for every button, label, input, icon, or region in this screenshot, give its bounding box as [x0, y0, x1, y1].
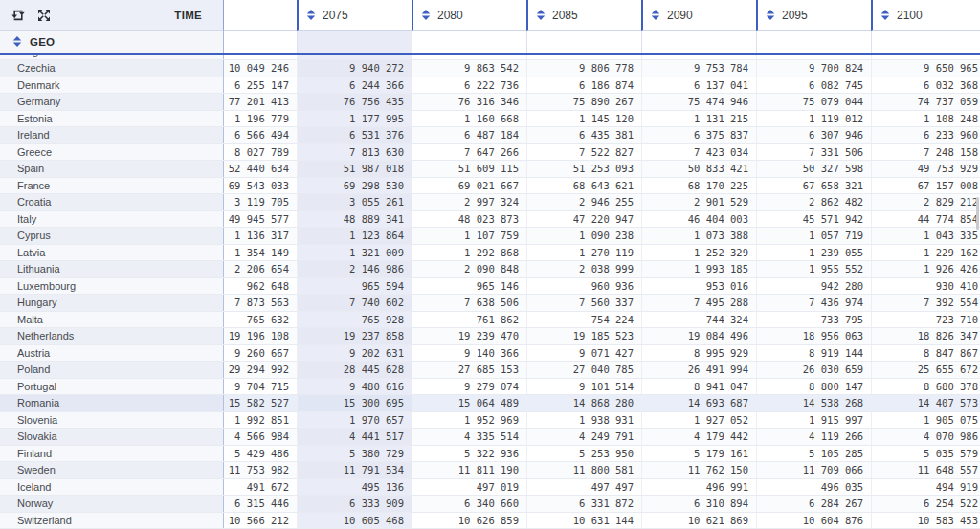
table-row[interactable]: Slovenia1 992 8511 970 6571 952 9691 938… — [0, 412, 980, 430]
fullscreen-icon — [36, 8, 52, 23]
geo-label: Slovenia — [0, 412, 223, 429]
value-cell: 6 186 874 — [526, 77, 641, 94]
column-year-label: 2100 — [897, 9, 923, 22]
table-row[interactable]: Estonia1 196 7791 177 9951 160 6681 145 … — [0, 111, 980, 128]
geo-header-filler — [756, 31, 871, 53]
sort-icon[interactable] — [12, 36, 22, 47]
value-cell: 1 927 052 — [641, 412, 756, 429]
geo-label: Austria — [0, 345, 223, 362]
table-row[interactable]: Denmark6 255 1476 244 3666 222 7366 186 … — [0, 77, 980, 95]
table-row[interactable]: Luxembourg962 648965 594965 146960 93695… — [0, 278, 980, 296]
table-row[interactable]: Norway6 315 4466 333 9096 340 6606 331 8… — [0, 496, 980, 513]
value-cell: 6 375 837 — [641, 127, 756, 143]
value-cell: 953 016 — [641, 278, 756, 295]
value-cell: 26 491 994 — [641, 362, 756, 378]
table-row[interactable]: France69 543 03369 298 53069 021 66768 6… — [0, 178, 980, 195]
table-row[interactable]: Iceland491 672495 136497 019497 497496 9… — [0, 479, 980, 496]
value-cell: 51 253 093 — [526, 161, 641, 177]
value-cell: 496 035 — [756, 479, 871, 496]
value-cell: 9 140 366 — [412, 345, 526, 362]
value-cell: 11 753 982 — [223, 462, 297, 478]
table-row[interactable]: Slovakia4 566 9844 441 5174 335 5144 249… — [0, 429, 980, 446]
value-cell: 1 123 864 — [297, 228, 412, 244]
table-row[interactable]: Finland5 429 4865 380 7295 322 9365 253 … — [0, 446, 980, 463]
column-year-label: 2095 — [782, 9, 808, 22]
value-cell: 27 685 153 — [412, 362, 526, 378]
geo-label: Norway — [0, 496, 223, 512]
value-cell: 9 650 965 — [871, 60, 980, 77]
value-cell: 68 170 225 — [641, 178, 756, 194]
swap-axes-button[interactable] — [10, 7, 27, 24]
value-cell: 6 032 368 — [871, 77, 980, 94]
geo-label: Czechia — [0, 60, 223, 77]
sort-icon[interactable] — [306, 10, 316, 20]
table-row[interactable]: Romania15 582 52715 300 69515 064 48914 … — [0, 395, 980, 412]
table-row[interactable]: Spain52 440 63451 987 01851 609 11551 25… — [0, 161, 980, 178]
geo-label: Lithuania — [0, 261, 223, 277]
geo-header-filler — [412, 31, 526, 53]
sort-icon[interactable] — [880, 10, 890, 20]
value-cell: 7 522 827 — [526, 144, 641, 161]
value-cell: 26 030 659 — [756, 362, 871, 378]
table-row[interactable]: Sweden11 753 98211 791 53411 811 19011 8… — [0, 462, 980, 479]
table-row[interactable]: Austria9 260 6679 202 6319 140 3669 071 … — [0, 345, 980, 363]
table-row[interactable]: Italy49 945 57748 889 34148 023 87347 22… — [0, 211, 980, 229]
value-cell: 7 248 158 — [871, 144, 980, 161]
sort-icon[interactable] — [766, 10, 775, 20]
table-row[interactable]: Hungary7 873 5637 740 6027 638 5067 560 … — [0, 295, 980, 312]
value-cell: 5 179 161 — [641, 446, 756, 462]
value-cell: 6 435 381 — [526, 127, 641, 143]
value-cell: 6 310 894 — [641, 496, 756, 512]
geo-axis-label: GEO — [30, 36, 55, 48]
value-cell: 6 531 376 — [297, 127, 412, 143]
geo-label: Croatia — [0, 194, 223, 210]
value-cell: 7 813 630 — [297, 144, 412, 161]
value-cell: 1 270 119 — [526, 245, 641, 261]
value-cell: 1 136 317 — [223, 228, 297, 244]
table-row[interactable]: Netherlands19 196 10819 237 85819 239 47… — [0, 328, 980, 345]
sort-icon[interactable] — [421, 10, 431, 20]
value-cell: 6 333 909 — [297, 496, 412, 512]
table-row[interactable]: Poland29 294 99228 445 62827 685 15327 0… — [0, 362, 980, 379]
table-row[interactable]: Germany77 201 41376 756 43576 316 34675 … — [0, 94, 980, 111]
column-header-2085[interactable]: 2085 — [526, 0, 641, 31]
table-row[interactable]: Greece8 027 7897 813 6307 647 2667 522 8… — [0, 144, 980, 162]
value-cell: 77 201 413 — [223, 94, 297, 110]
value-cell: 765 632 — [223, 312, 297, 328]
sort-icon[interactable] — [651, 10, 660, 20]
table-row[interactable]: Ireland6 566 4946 531 3766 487 1846 435 … — [0, 127, 980, 144]
sort-icon[interactable] — [536, 10, 546, 20]
value-cell: 8 680 378 — [871, 379, 980, 395]
value-cell: 75 474 946 — [641, 94, 756, 110]
value-cell: 1 252 329 — [641, 245, 756, 261]
value-cell: 1 160 668 — [412, 111, 526, 127]
value-cell: 496 991 — [641, 479, 756, 496]
value-cell: 1 131 215 — [641, 111, 756, 127]
value-cell: 965 594 — [297, 278, 412, 295]
value-cell: 1 292 868 — [412, 245, 526, 261]
column-header-2080[interactable]: 2080 — [412, 0, 526, 31]
column-header-2100[interactable]: 2100 — [871, 0, 980, 31]
geo-column-header[interactable]: GEO — [0, 31, 223, 53]
value-cell: 14 693 687 — [641, 395, 756, 411]
value-cell: 4 441 517 — [297, 429, 412, 445]
table-row[interactable]: Czechia10 049 2469 940 2729 863 5429 806… — [0, 60, 980, 77]
table-row[interactable]: Portugal9 704 7159 480 6169 279 0749 101… — [0, 379, 980, 396]
table-row[interactable]: Malta765 632765 928761 862754 224744 324… — [0, 312, 980, 329]
value-cell: 9 753 784 — [641, 60, 756, 77]
table-row[interactable]: Cyprus1 136 3171 123 8641 107 7591 090 2… — [0, 228, 980, 245]
table-row[interactable]: Switzerland10 566 21210 605 46810 626 85… — [0, 513, 980, 529]
fullscreen-button[interactable] — [35, 7, 53, 24]
value-cell: 50 833 421 — [641, 161, 756, 177]
geo-label: Slovakia — [0, 429, 223, 445]
table-row[interactable]: Lithuania2 206 6542 146 9862 090 8482 03… — [0, 261, 980, 278]
scrollbar-thumb[interactable] — [976, 197, 979, 230]
table-row[interactable]: Croatia3 119 7053 055 2612 997 3242 946 … — [0, 194, 980, 211]
column-header-2075[interactable]: 2075 — [297, 0, 412, 31]
table-row[interactable]: Latvia1 354 1491 321 0091 292 8681 270 1… — [0, 245, 980, 262]
value-cell: 1 354 149 — [223, 245, 297, 261]
value-cell: 6 222 736 — [412, 77, 526, 94]
value-cell: 9 279 074 — [412, 379, 526, 395]
column-header-2090[interactable]: 2090 — [641, 0, 756, 31]
column-header-2095[interactable]: 2095 — [756, 0, 871, 31]
